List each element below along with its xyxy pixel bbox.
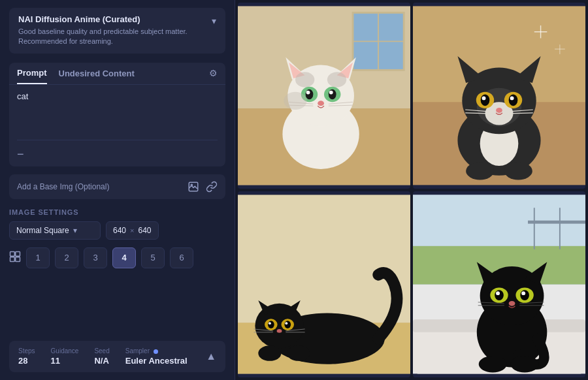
- svg-point-52: [496, 108, 502, 113]
- resolution-preset-value: Normal Square: [16, 226, 69, 235]
- base-image-label: Add a Base Img (Optional): [17, 182, 109, 191]
- svg-point-51: [510, 96, 514, 100]
- tab-prompt[interactable]: Prompt: [17, 68, 47, 84]
- base-image-row: Add a Base Img (Optional): [9, 174, 225, 199]
- image-settings-label: Image Settings: [9, 208, 225, 216]
- base-image-link-icon[interactable]: [206, 181, 218, 193]
- base-image-icons: [188, 181, 218, 193]
- prompt-settings-icon[interactable]: ⚙: [209, 68, 218, 84]
- generated-image-3[interactable]: [238, 191, 410, 377]
- svg-point-57: [466, 162, 494, 180]
- svg-rect-5: [16, 257, 20, 262]
- prompt-minus-icon[interactable]: −: [17, 148, 24, 160]
- svg-point-58: [504, 162, 532, 180]
- svg-point-96: [496, 291, 500, 295]
- svg-point-31: [327, 72, 346, 87]
- sampler-stat: Sampler Euler Ancestral: [125, 347, 188, 366]
- guidance-label: Guidance: [51, 347, 79, 355]
- steps-value: 28: [18, 356, 35, 366]
- svg-rect-83: [528, 221, 585, 224]
- prompt-bottom: −: [9, 146, 225, 166]
- resolution-size-box: 640 × 640: [106, 221, 159, 240]
- generated-image-2[interactable]: [413, 3, 585, 189]
- svg-point-68: [268, 321, 274, 328]
- svg-point-71: [285, 322, 287, 325]
- svg-point-30: [295, 72, 314, 87]
- sampler-dot-icon: [154, 349, 158, 354]
- sampler-label: Sampler: [125, 347, 150, 355]
- svg-point-72: [277, 329, 282, 333]
- resolution-row: Normal Square ▾ 640 × 640: [9, 221, 225, 240]
- svg-point-95: [520, 290, 529, 300]
- svg-rect-61: [238, 195, 410, 323]
- svg-point-50: [482, 96, 486, 100]
- count-btn-4[interactable]: 4: [112, 247, 136, 268]
- svg-point-21: [306, 89, 314, 100]
- svg-point-69: [284, 321, 291, 328]
- guidance-stat: Guidance 11: [51, 347, 79, 366]
- steps-label: Steps: [18, 347, 35, 355]
- prompt-input[interactable]: cat: [9, 85, 225, 137]
- svg-point-22: [329, 89, 336, 100]
- svg-point-23: [306, 91, 310, 95]
- seed-value: N/A: [94, 356, 109, 366]
- svg-rect-4: [10, 257, 15, 262]
- stats-expand-icon[interactable]: ▲: [206, 351, 216, 362]
- svg-point-32: [284, 92, 306, 110]
- seed-label: Seed: [94, 347, 109, 355]
- image-count-icon: [9, 251, 21, 265]
- tab-undesired-content[interactable]: Undesired Content: [59, 69, 135, 84]
- base-image-upload-icon[interactable]: [188, 181, 199, 193]
- svg-point-103: [479, 356, 507, 372]
- svg-point-94: [495, 290, 504, 300]
- svg-point-24: [329, 91, 333, 95]
- svg-point-98: [509, 301, 515, 306]
- image-grid: [235, 0, 588, 380]
- svg-point-25: [318, 101, 324, 106]
- width-value: 640: [113, 226, 126, 235]
- sampler-row: Sampler: [125, 347, 188, 356]
- model-name: NAI Diffusion Anime (Curated): [18, 14, 195, 24]
- svg-point-63: [255, 304, 303, 348]
- guidance-value: 11: [51, 356, 79, 366]
- height-value: 640: [138, 226, 151, 235]
- svg-rect-2: [10, 251, 15, 256]
- svg-point-48: [481, 95, 490, 106]
- svg-point-104: [511, 356, 539, 372]
- left-panel: NAI Diffusion Anime (Curated) Good basel…: [0, 0, 235, 380]
- prompt-area: Prompt Undesired Content ⚙ cat −: [9, 63, 225, 166]
- model-selector[interactable]: NAI Diffusion Anime (Curated) Good basel…: [9, 8, 225, 54]
- resolution-x-separator: ×: [130, 227, 134, 234]
- resolution-preset-select[interactable]: Normal Square ▾: [9, 221, 101, 240]
- count-btn-1[interactable]: 1: [26, 247, 50, 268]
- prompt-tabs: Prompt Undesired Content ⚙: [9, 63, 225, 85]
- svg-point-1: [191, 184, 192, 185]
- count-btn-5[interactable]: 5: [141, 247, 165, 268]
- svg-point-74: [287, 345, 310, 360]
- model-chevron-icon: ▾: [212, 16, 216, 26]
- count-row: 1 2 3 4 5 6: [9, 247, 225, 268]
- sampler-value: Euler Ancestral: [125, 356, 188, 366]
- svg-point-70: [269, 322, 271, 325]
- stats-row: Steps 28 Guidance 11 Seed N/A Sampler Eu…: [9, 341, 225, 372]
- svg-rect-3: [16, 251, 20, 256]
- generated-image-1[interactable]: [238, 3, 410, 189]
- model-description: Good baseline quality and predictable su…: [18, 27, 195, 47]
- resolution-chevron-icon: ▾: [73, 226, 77, 235]
- svg-point-73: [258, 345, 281, 360]
- count-btn-2[interactable]: 2: [55, 247, 78, 268]
- svg-point-97: [521, 291, 525, 295]
- count-btn-6[interactable]: 6: [170, 247, 193, 268]
- seed-stat: Seed N/A: [94, 347, 109, 366]
- count-btn-3[interactable]: 3: [84, 247, 107, 268]
- svg-point-49: [509, 95, 518, 106]
- steps-stat: Steps 28: [18, 347, 35, 366]
- generated-image-4[interactable]: [413, 191, 585, 377]
